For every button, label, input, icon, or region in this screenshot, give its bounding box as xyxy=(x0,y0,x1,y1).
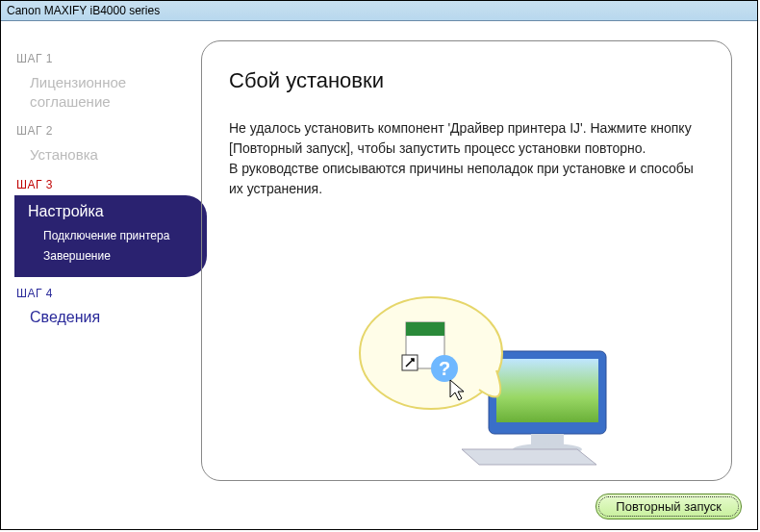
svg-rect-1 xyxy=(496,359,598,422)
step4-item: Сведения xyxy=(16,304,201,332)
step3-active-block: Настройка Подключение принтера Завершени… xyxy=(14,195,207,277)
footer-buttons: Повторный запуск xyxy=(595,494,742,519)
content-panel: Сбой установки Не удалось установить ком… xyxy=(201,40,732,481)
content-area: Сбой установки Не удалось установить ком… xyxy=(201,21,757,529)
step3-sub2: Завершение xyxy=(28,246,195,267)
page-title: Сбой установки xyxy=(229,68,704,93)
step1-label: ШАГ 1 xyxy=(16,52,201,65)
error-para1: Не удалось установить компонент 'Драйвер… xyxy=(229,118,704,159)
sidebar: ШАГ 1 Лицензионное соглашение ШАГ 2 Уста… xyxy=(1,21,201,529)
illustration-svg: ? xyxy=(317,276,616,469)
svg-rect-6 xyxy=(406,322,444,336)
help-illustration: ? xyxy=(317,276,616,469)
retry-button[interactable]: Повторный запуск xyxy=(595,494,742,519)
window-body: ШАГ 1 Лицензионное соглашение ШАГ 2 Уста… xyxy=(1,21,757,529)
window-title: Canon MAXIFY iB4000 series xyxy=(7,4,160,17)
step2-item: Установка xyxy=(16,141,201,168)
title-bar: Canon MAXIFY iB4000 series xyxy=(1,1,757,21)
step4-label: ШАГ 4 xyxy=(16,287,201,300)
svg-text:?: ? xyxy=(439,358,450,379)
error-para2: В руководстве описываются причины непола… xyxy=(229,159,704,199)
step3-sub1: Подключение принтера xyxy=(28,226,195,247)
step1-item: Лицензионное соглашение xyxy=(16,69,201,114)
step3-main: Настройка xyxy=(28,203,195,220)
step2-label: ШАГ 2 xyxy=(16,124,201,138)
step3-label: ШАГ 3 xyxy=(16,178,201,191)
installer-window: Canon MAXIFY iB4000 series ШАГ 1 Лицензи… xyxy=(0,0,758,530)
